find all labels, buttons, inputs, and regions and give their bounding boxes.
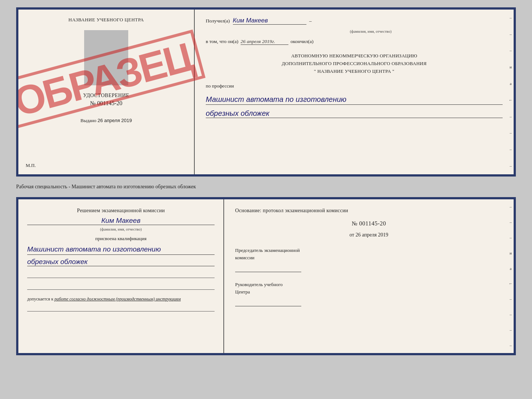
blank-line-2 — [27, 283, 215, 290]
po-professii: по профессии — [206, 83, 503, 89]
btm-side-dash-1: – — [510, 205, 512, 209]
side-dash-3: – — [510, 49, 512, 53]
protocol-number: № 001145-20 — [235, 220, 503, 227]
org-block: АВТОНОМНУЮ НЕКОММЕРЧЕСКУЮ ОРГАНИЗАЦИЮ ДО… — [206, 52, 503, 75]
org-line2: ДОПОЛНИТЕЛЬНОГО ПРОФЕССИОНАЛЬНОГО ОБРАЗО… — [206, 60, 503, 68]
org-line1: АВТОНОМНУЮ НЕКОММЕРЧЕСКУЮ ОРГАНИЗАЦИЮ — [206, 52, 503, 60]
photo-placeholder — [84, 30, 128, 85]
side-dash-9: – — [510, 147, 512, 152]
btm-side-dash-8: – — [510, 313, 512, 317]
received-line: Получил(а) Ким Макеев – — [206, 17, 503, 25]
vtom-date: 26 апреля 2019г. — [241, 39, 288, 45]
ot-date-value: 26 апреля 2019 — [356, 232, 388, 238]
side-dash-8: – — [510, 131, 512, 135]
cert-title: УДОСТОВЕРЕНИЕ — [83, 93, 129, 99]
side-dash-7: – — [510, 115, 512, 119]
school-name-top: НАЗВАНИЕ УЧЕБНОГО ЦЕНТРА — [68, 17, 144, 23]
side-dash-10: – — [510, 164, 512, 168]
vtom-label: в том, что он(а) — [206, 39, 238, 44]
bottom-blank-line — [27, 306, 215, 311]
bottom-profession-line1: Машинист автомата по изготовлению — [27, 245, 215, 255]
bottom-person-name: Ким Макеев — [27, 217, 215, 225]
profession-line2-top: обрезных обложек — [206, 109, 503, 118]
org-line3: " НАЗВАНИЕ УЧЕБНОГО ЦЕНТРА " — [206, 68, 503, 75]
side-dash-1: – — [510, 16, 512, 20]
side-dash-6: ← — [509, 98, 513, 102]
resheniem-title: Решением экзаменационной комиссии — [27, 207, 215, 214]
side-dash-5: а — [510, 82, 512, 86]
bottom-document: Решением экзаменационной комиссии Ким Ма… — [16, 197, 516, 355]
top-doc-right: Получил(а) Ким Макеев – (фамилия, имя, о… — [195, 10, 514, 174]
predsedatel-line2: комиссии — [235, 254, 503, 261]
predsedatel-block: Председатель экзаменационной комиссии — [235, 247, 503, 272]
vydano-line: Выдано 26 апреля 2019 — [80, 118, 132, 124]
top-doc-left: НАЗВАНИЕ УЧЕБНОГО ЦЕНТРА УДОСТОВЕРЕНИЕ №… — [18, 10, 195, 174]
bottom-doc-right: Основание: протокол экзаменационной коми… — [224, 199, 514, 353]
profession-line1-top: Машинист автомата по изготовлению — [206, 94, 503, 105]
prisvoena-label: присвоена квалификация — [27, 236, 215, 242]
rukovoditel-sign-line — [235, 298, 301, 306]
btm-side-dash-6: ← — [509, 282, 513, 286]
rukovoditel-line2: Центра — [235, 288, 503, 296]
rukovoditel-block: Руководитель учебного Центра — [235, 281, 503, 306]
btm-side-dash-2: – — [510, 220, 512, 224]
btm-side-dash-4: и — [510, 251, 512, 255]
btm-side-dash-10: – — [510, 343, 512, 348]
received-label: Получил(а) — [206, 18, 230, 24]
side-dashes-bottom: – – – и а ← – – – – — [508, 199, 514, 353]
dopusk-prefix: допускается к — [27, 296, 53, 302]
osnovanie-title: Основание: протокол экзаменационной коми… — [235, 207, 503, 214]
rukovoditel-line1: Руководитель учебного — [235, 281, 503, 288]
side-dash-2: – — [510, 32, 512, 36]
cert-number: № 001145-20 — [90, 100, 122, 107]
fio-label-top: (фамилия, имя, отчество) — [239, 29, 503, 33]
ot-date: от 26 апреля 2019 — [235, 232, 503, 238]
mp-label: М.П. — [26, 163, 36, 168]
received-name: Ким Макеев — [233, 17, 306, 25]
okончил-label: окончил(а) — [291, 39, 313, 44]
separator-label: Рабочая специальность - Машинист автомат… — [16, 183, 516, 190]
dopusk-text: работе согласно должностным (производств… — [54, 296, 181, 302]
dash-after-name: – — [309, 18, 312, 24]
btm-side-dash-5: а — [510, 267, 512, 271]
vydano-date: 26 апреля 2019 — [97, 118, 132, 123]
btm-side-dash-7: – — [510, 297, 512, 301]
predsedatel-line1: Председатель экзаменационной — [235, 247, 503, 254]
top-document: НАЗВАНИЕ УЧЕБНОГО ЦЕНТРА УДОСТОВЕРЕНИЕ №… — [16, 7, 516, 177]
bottom-profession-line2: обрезных обложек — [27, 258, 215, 266]
blank-line-1 — [27, 271, 215, 278]
ot-label: от — [349, 232, 354, 238]
predsedatel-sign-line — [235, 264, 301, 272]
side-dash-4: и — [510, 65, 512, 69]
vydano-label: Выдано — [80, 118, 96, 123]
bottom-doc-left: Решением экзаменационной комиссии Ким Ма… — [18, 199, 224, 353]
btm-side-dash-9: – — [510, 328, 512, 332]
vtom-line: в том, что он(а) 26 апреля 2019г. окончи… — [206, 39, 503, 45]
side-dashes-top: – – – и а ← – – – – — [508, 10, 514, 174]
dopuskaetsya-line: допускается к работе согласно должностны… — [27, 296, 215, 302]
btm-side-dash-3: – — [510, 236, 512, 240]
bottom-fio-label: (фамилия, имя, отчество) — [27, 227, 215, 231]
